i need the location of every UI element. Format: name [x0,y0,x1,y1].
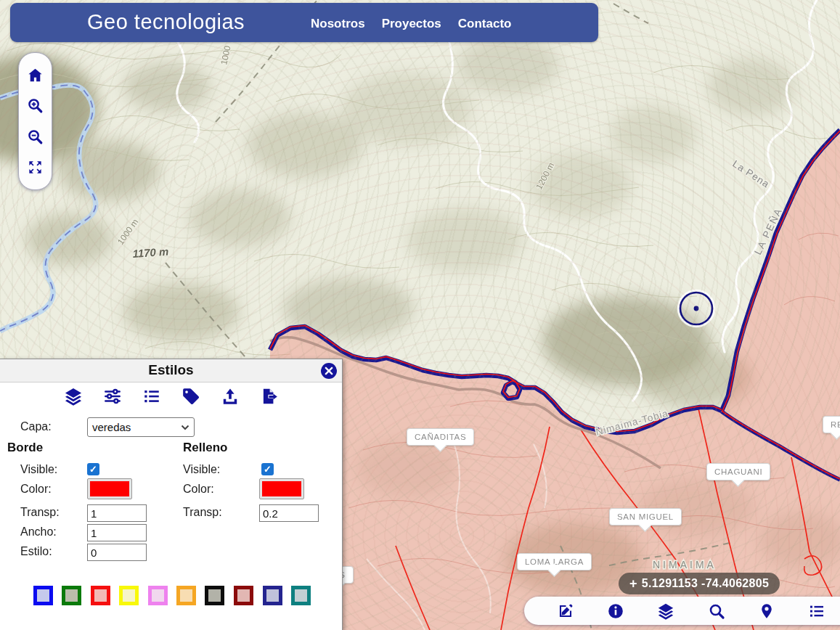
borde-color-swatch [90,481,129,496]
borde-visible-checkbox[interactable]: ✓ [87,463,99,475]
relleno-visible-checkbox[interactable]: ✓ [261,463,274,475]
tooltip-label: CAÑADITAS [415,433,466,441]
expand-icon[interactable] [27,159,44,176]
coordinates-display: + 5.1291153 -74.4062805 [619,573,780,594]
upload-icon[interactable] [221,387,240,406]
sliders-icon[interactable] [103,387,122,406]
map-tooltip[interactable]: RE [823,416,840,433]
nav-links: Nosotros Proyectos Contacto [311,17,512,31]
layers-icon[interactable] [657,602,674,620]
panel-header[interactable]: Estilos [0,359,342,382]
chevron-down-icon [181,424,189,431]
estilos-panel: Estilos Capa: [0,359,343,630]
app-window: 1000 1000 m 1170 m 1200 m La Pena LA PEÑ… [0,0,840,630]
palette-swatch[interactable] [205,586,224,605]
palette-swatch[interactable] [291,586,311,605]
nav-link-contacto[interactable]: Contacto [458,17,512,31]
map-tooltip[interactable]: CAÑADITAS [407,428,474,446]
tooltip-label: RE [831,420,840,429]
capa-label: Capa: [20,420,52,433]
borde-heading: Borde [7,441,43,455]
relleno-transp-input[interactable] [259,504,319,522]
capa-selected-value: veredas [92,421,131,433]
map-bottom-toolbar [524,597,840,625]
contour-label: 1170 m [132,245,169,260]
relleno-color-picker[interactable] [259,478,304,499]
borde-color-picker[interactable] [87,478,132,499]
zoom-in-icon[interactable] [27,97,44,114]
location-icon[interactable] [758,602,775,620]
borde-color-label: Color: [20,483,52,496]
edit-icon[interactable] [557,602,574,620]
relleno-heading: Relleno [183,441,227,455]
relleno-transp-label: Transp: [183,506,222,519]
close-button[interactable] [321,363,337,379]
palette-swatch[interactable] [148,586,168,605]
zoom-out-icon[interactable] [27,128,44,145]
layers-icon[interactable] [64,387,83,406]
palette-swatch[interactable] [119,586,139,605]
borde-estilo-input[interactable] [87,544,147,561]
coordinates-text: 5.1291153 -74.4062805 [642,577,769,590]
list-icon[interactable] [808,602,825,620]
capa-select[interactable]: veredas [87,417,195,437]
site-title[interactable]: Geo tecnologias [87,10,245,34]
map-tooltip[interactable]: LOMA LARGA [517,553,592,570]
map-tooltip[interactable]: SAN MIGUEL [609,508,682,525]
panel-toolbar [0,387,342,406]
palette-swatch[interactable] [91,586,110,605]
list-icon[interactable] [142,387,161,406]
borde-estilo-label: Estilo: [20,545,52,558]
relleno-color-swatch [262,481,301,496]
tooltip-label: CHAGUANI [714,467,762,476]
info-icon[interactable] [607,602,624,620]
tooltip-label: LOMA LARGA [525,557,584,566]
crosshair-icon: + [629,576,637,592]
borde-ancho-label: Ancho: [20,525,57,539]
search-icon[interactable] [708,602,725,620]
tag-icon[interactable] [182,387,200,406]
nav-link-nosotros[interactable]: Nosotros [311,17,365,31]
relleno-color-label: Color: [183,483,214,496]
map-tooltip[interactable]: CHAGUANI [706,463,770,480]
borde-visible-label: Visible: [20,463,57,476]
borde-transp-label: Transp: [20,506,60,519]
palette-swatch[interactable] [62,586,81,605]
panel-title: Estilos [0,362,342,378]
borde-transp-input[interactable] [87,504,147,522]
export-icon[interactable] [260,387,279,406]
map-marker[interactable] [679,291,714,327]
palette-swatch[interactable] [263,586,282,605]
tooltip-label: SAN MIGUEL [617,512,674,521]
navbar: Geo tecnologias Nosotros Proyectos Conta… [10,3,598,42]
borde-ancho-input[interactable] [87,524,147,541]
relleno-visible-label: Visible: [183,463,220,476]
nav-link-proyectos[interactable]: Proyectos [382,17,441,31]
palette-swatch[interactable] [33,586,53,605]
palette-swatch[interactable] [234,586,253,605]
close-icon [321,363,337,379]
home-icon[interactable] [27,67,44,83]
map-zoom-controls [18,52,52,190]
palette-swatch[interactable] [176,586,196,605]
place-label-nimaima: NIMAIMA [653,559,717,570]
